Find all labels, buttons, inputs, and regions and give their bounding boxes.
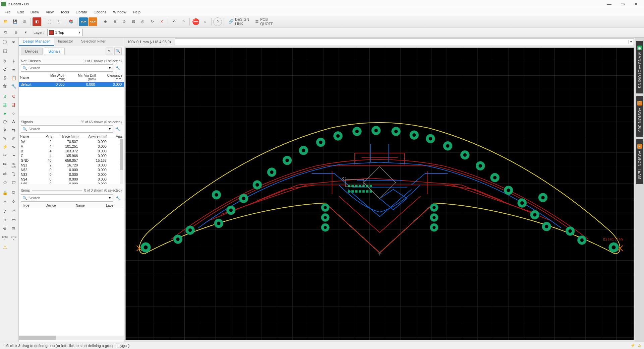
ripup-tool[interactable]: ↯ [9,92,18,100]
menu-tools[interactable]: Tools [57,9,72,15]
signal-row[interactable]: GND40658.05715.1673 [19,158,124,163]
signals-scrollbar[interactable] [120,139,123,184]
save-button[interactable]: 💾 [11,17,19,26]
items-search-box[interactable]: 🔍 ▼ [21,194,113,202]
smash-tool[interactable]: ⚡ [1,143,9,151]
drc-button[interactable]: DRC✓ [9,234,18,242]
signal-row[interactable]: B4103.3720.0001 [19,149,124,153]
menu-library[interactable]: Library [72,9,91,15]
pinswap-tool[interactable]: ⇅ [9,170,18,178]
route-tool[interactable]: ↯ [1,92,9,100]
tab-selection-filter[interactable]: Selection Filter [77,38,110,46]
settings-icon[interactable]: 🔧 [114,194,122,202]
signal-row[interactable]: N$400.0000.0001 [19,177,124,182]
lock-tool[interactable]: 🔒 [1,189,9,197]
errors-button[interactable]: ⚠ [1,243,9,251]
menu-file[interactable]: File [1,9,14,15]
copy-tool[interactable]: ⎘ [1,74,9,82]
manufacture-button[interactable]: ⎘ [54,17,63,26]
undo-button[interactable]: ↶ [170,17,178,26]
signal-row[interactable]: 9V270.5070.0000 [19,139,124,144]
erc-button[interactable]: ERC✓ [1,234,9,242]
layer-select[interactable]: 1 Top ▼ [47,29,83,36]
zoom-select-button[interactable]: ◎ [138,17,147,26]
zoom-fit-button[interactable]: ⊙ [120,17,128,26]
r3-10k-label[interactable]: R310k [9,161,18,169]
tab-design-manager[interactable]: Design Manager [19,38,54,46]
warning-icon[interactable]: ⚠ [638,343,641,348]
mirror-tool[interactable]: ⟊ [9,57,18,65]
subtab-signals[interactable]: Signals [44,48,65,55]
ripup-multi-tool[interactable]: ⇶ [9,101,18,109]
subtab-devices[interactable]: Devices [21,48,43,55]
col-min-width[interactable]: Min Width (mm) [41,73,67,82]
signal-row[interactable]: N$200.0000.0001 [19,167,124,172]
net-search-box[interactable]: 🔍 ▼ [21,64,113,72]
layers-tool[interactable] [9,47,18,55]
col-name[interactable]: Name [74,203,105,208]
close-button[interactable]: ✕ [629,0,643,8]
replace-tool[interactable]: ⇄ [1,170,9,178]
select-tool[interactable]: ⬚ [1,47,9,55]
chevron-down-icon[interactable]: ▼ [108,66,111,70]
split-tool[interactable]: ✂ [1,151,9,159]
pcb-canvas[interactable]: X1 Bismillah [125,48,634,340]
rotate-tool[interactable]: ↺ [1,65,9,73]
settings-icon[interactable]: 🔧 [114,64,122,72]
net-search-input[interactable] [28,66,107,70]
arc-tool[interactable]: ◠ [9,207,18,215]
zoom-in-button[interactable]: ⊕ [101,17,110,26]
group-tool[interactable]: ⧉ [9,189,18,197]
items-search-input[interactable] [28,196,107,200]
route-multi-tool[interactable]: ⇶ [1,101,9,109]
signals-search-input[interactable] [28,127,107,131]
menu-options[interactable]: Options [90,9,110,15]
zoom-window-button[interactable]: ⊡ [129,17,138,26]
zoom-icon[interactable]: 🔍 [114,48,122,55]
help-button[interactable]: ? [213,17,222,26]
minimize-button[interactable]: — [602,0,616,8]
info-tool[interactable]: ⓘ [1,38,9,46]
move-tool[interactable]: ✥ [1,57,9,65]
col-name[interactable]: Name [19,73,41,82]
grid-icon[interactable]: ⊞ [11,28,20,37]
chevron-down-icon[interactable]: ▼ [108,196,111,200]
command-line[interactable]: ▼ [175,39,634,45]
paste-tool[interactable]: 📋 [9,74,18,82]
chevron-down-icon[interactable]: ▼ [108,127,111,131]
signals-search-box[interactable]: 🔍 ▼ [21,125,113,133]
col-trace[interactable]: Trace (mm) [54,134,80,139]
menu-draw[interactable]: Draw [27,9,43,15]
rect-tool[interactable]: ▭ [9,216,18,224]
crosshair-button[interactable]: ✕ [157,17,166,26]
library-button[interactable]: 📚 [67,17,75,26]
ratsnest-tool[interactable]: ※ [1,126,9,134]
delete-tool[interactable]: 🗑 [1,82,9,90]
col-air[interactable]: Airwire (mm) [80,134,109,139]
line-tool[interactable]: ╱ [1,207,9,215]
col-type[interactable]: Type [21,203,44,208]
menu-help[interactable]: Help [129,9,144,15]
tab-manufacturing[interactable]: ◉MANUFACTURING [636,41,643,93]
fanout-tool[interactable]: ⊹ [9,197,18,205]
r2-label[interactable]: R2⎯ [1,161,9,169]
dimension-tool[interactable]: ↔ [1,197,9,205]
col-device[interactable]: Device [44,203,74,208]
circle-tool[interactable]: ○ [1,216,9,224]
chevron-down-icon[interactable]: ▼ [628,40,634,44]
wrench-tool[interactable]: 🔧 [9,82,18,90]
col-name[interactable]: Name [19,134,39,139]
col-layer[interactable]: Laye [105,203,122,208]
sync-icon[interactable]: ⚡ [631,343,635,348]
tag-tool[interactable]: 🏷 [9,178,18,186]
meander-tool[interactable]: ≋ [9,224,18,232]
polygon-tool[interactable]: ⬠ [1,118,9,126]
schematic-switch-button[interactable]: ◧ [33,17,41,26]
signal-row[interactable]: A4101.2510.0001 [19,144,124,149]
col-pins[interactable]: Pins [39,134,54,139]
stop-button[interactable]: ⛔ [191,17,200,26]
signal-row[interactable]: C4105.9680.0001 [19,153,124,158]
redo-button[interactable]: ↷ [179,17,188,26]
col-min-via[interactable]: Min Via Drill (mm) [67,73,97,82]
maximize-button[interactable]: ▭ [616,0,629,8]
